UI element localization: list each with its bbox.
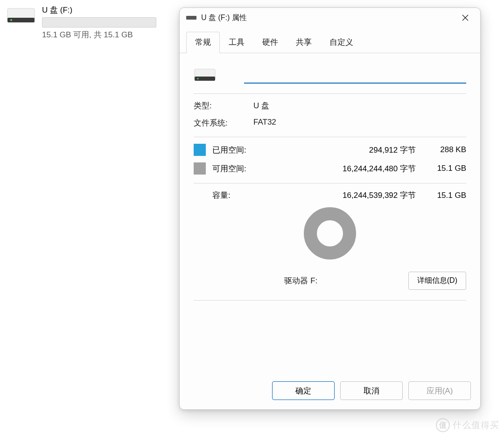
tab-sharing[interactable]: 共享	[287, 32, 321, 53]
usage-pie-chart	[304, 207, 356, 260]
capacity-bytes: 16,244,539,392 字节	[259, 190, 425, 201]
watermark-badge-icon: 值	[436, 418, 450, 432]
filesystem-label: 文件系统:	[194, 118, 253, 128]
explorer-drive-item[interactable]: U 盘 (F:) 15.1 GB 可用, 共 15.1 GB	[6, 5, 160, 40]
dialog-body: 类型: U 盘 文件系统: FAT32 已用空间: 294,912 字节 288…	[180, 53, 480, 373]
watermark-text: 什么值得买	[453, 419, 499, 431]
watermark: 值 什么值得买	[436, 418, 499, 432]
divider	[194, 93, 466, 94]
svg-point-5	[197, 78, 198, 79]
drive-usage-bar	[42, 17, 156, 28]
titlebar-drive-icon	[186, 16, 196, 20]
tab-tools[interactable]: 工具	[220, 32, 253, 53]
tab-customize[interactable]: 自定义	[321, 32, 362, 53]
type-label: 类型:	[194, 100, 253, 111]
details-button[interactable]: 详细信息(D)	[408, 272, 466, 290]
used-bytes: 294,912 字节	[259, 145, 425, 155]
free-friendly: 15.1 GB	[425, 164, 466, 173]
volume-label-input[interactable]	[244, 68, 466, 84]
tab-strip: 常规 工具 硬件 共享 自定义	[180, 31, 480, 53]
close-icon	[462, 14, 469, 21]
divider	[194, 183, 466, 183]
properties-dialog: U 盘 (F:) 属性 常规 工具 硬件 共享 自定义 类型: U 盘	[179, 7, 481, 410]
apply-button[interactable]: 应用(A)	[408, 381, 471, 400]
ok-button[interactable]: 确定	[272, 381, 335, 400]
used-label: 已用空间:	[212, 145, 259, 155]
drive-info: U 盘 (F:) 15.1 GB 可用, 共 15.1 GB	[42, 5, 160, 40]
divider	[194, 300, 466, 301]
svg-point-2	[10, 19, 12, 21]
type-value: U 盘	[253, 100, 269, 111]
free-label: 可用空间:	[212, 163, 259, 174]
free-swatch-icon	[194, 162, 206, 175]
used-friendly: 288 KB	[425, 145, 466, 154]
drive-icon	[194, 67, 216, 84]
capacity-label: 容量:	[212, 190, 259, 201]
drive-caption: 驱动器 F:	[194, 275, 408, 286]
drive-status: 15.1 GB 可用, 共 15.1 GB	[42, 29, 160, 40]
tab-general[interactable]: 常规	[186, 32, 220, 53]
type-row: 类型: U 盘	[194, 100, 466, 111]
free-bytes: 16,244,244,480 字节	[259, 163, 425, 174]
filesystem-row: 文件系统: FAT32	[194, 118, 466, 128]
drive-name: U 盘 (F:)	[42, 5, 160, 15]
divider	[194, 137, 466, 137]
used-swatch-icon	[194, 144, 206, 156]
close-button[interactable]	[455, 10, 476, 25]
dialog-title: U 盘 (F:) 属性	[201, 13, 455, 23]
titlebar[interactable]: U 盘 (F:) 属性	[180, 8, 480, 28]
used-space-row: 已用空间: 294,912 字节 288 KB	[194, 144, 466, 156]
capacity-friendly: 15.1 GB	[425, 191, 466, 200]
dialog-footer: 确定 取消 应用(A)	[180, 373, 480, 409]
tab-hardware[interactable]: 硬件	[253, 32, 287, 53]
capacity-row: 容量: 16,244,539,392 字节 15.1 GB	[194, 190, 466, 201]
free-space-row: 可用空间: 16,244,244,480 字节 15.1 GB	[194, 162, 466, 175]
filesystem-value: FAT32	[253, 118, 276, 128]
cancel-button[interactable]: 取消	[340, 381, 403, 400]
drive-icon	[6, 5, 36, 27]
